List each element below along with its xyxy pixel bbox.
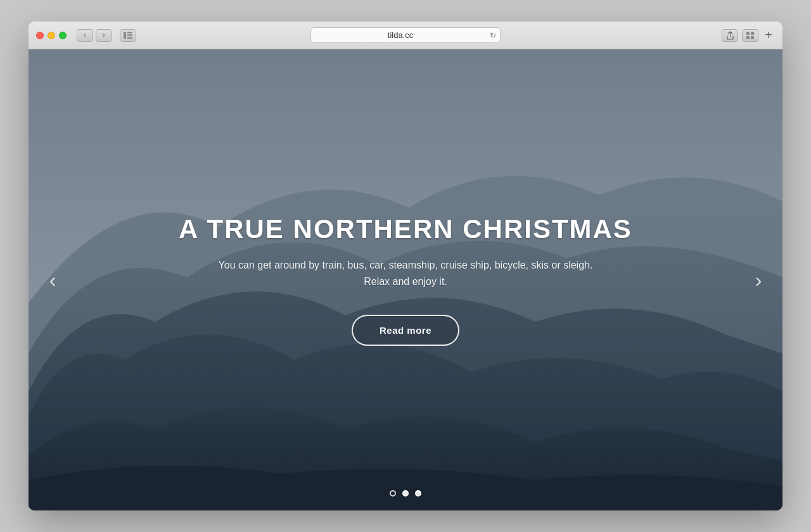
new-tab-grid-button[interactable] <box>742 29 758 42</box>
svg-rect-5 <box>751 32 754 35</box>
prev-arrow-icon: ‹ <box>49 269 56 292</box>
svg-rect-6 <box>746 36 750 39</box>
svg-rect-7 <box>751 36 754 39</box>
next-slide-button[interactable]: › <box>744 266 772 294</box>
svg-rect-1 <box>127 32 133 34</box>
hero-slide: ‹ › A TRUE NORTHERN CHRISTMAS You can ge… <box>29 49 782 510</box>
hero-content: A TRUE NORTHERN CHRISTMAS You can get ar… <box>166 201 645 358</box>
add-tab-button[interactable]: + <box>762 29 775 42</box>
traffic-lights <box>36 32 67 39</box>
back-icon: ‹ <box>84 32 86 39</box>
address-bar-container: tilda.cc ↻ <box>279 27 532 43</box>
reload-icon[interactable]: ↻ <box>490 31 496 40</box>
back-button[interactable]: ‹ <box>77 29 93 42</box>
browser-actions: + <box>722 29 775 42</box>
dot-2[interactable] <box>402 490 409 497</box>
maximize-button[interactable] <box>59 32 67 39</box>
svg-rect-0 <box>124 32 126 39</box>
browser-window: ‹ › tilda.cc ↻ <box>29 22 782 510</box>
next-arrow-icon: › <box>755 269 762 292</box>
minimize-button[interactable] <box>48 32 55 39</box>
share-button[interactable] <box>722 29 738 42</box>
dot-1[interactable] <box>390 490 396 497</box>
slider-dots <box>390 490 421 497</box>
hero-subtitle: You can get around by train, bus, car, s… <box>179 257 632 289</box>
browser-chrome: ‹ › tilda.cc ↻ <box>29 22 782 49</box>
hero-subtitle-line1: You can get around by train, bus, car, s… <box>219 260 593 270</box>
sidebar-icon <box>124 32 132 39</box>
hero-subtitle-line2: Relax and enjoy it. <box>364 276 447 287</box>
sidebar-toggle-button[interactable] <box>120 29 136 42</box>
hero-title: A TRUE NORTHERN CHRISTMAS <box>179 214 632 244</box>
close-button[interactable] <box>36 32 44 39</box>
svg-rect-3 <box>127 37 133 39</box>
forward-button[interactable]: › <box>96 29 112 42</box>
plus-icon: + <box>765 28 772 42</box>
svg-rect-2 <box>127 34 133 36</box>
read-more-button[interactable]: Read more <box>352 315 459 346</box>
forward-icon: › <box>103 32 105 39</box>
nav-buttons: ‹ › <box>77 29 112 42</box>
browser-content: ‹ › A TRUE NORTHERN CHRISTMAS You can ge… <box>29 49 782 510</box>
share-icon <box>727 31 734 40</box>
prev-slide-button[interactable]: ‹ <box>39 266 67 294</box>
address-bar[interactable]: tilda.cc ↻ <box>310 27 501 43</box>
dot-3[interactable] <box>415 490 421 497</box>
svg-rect-4 <box>746 32 750 35</box>
grid-icon <box>746 32 754 39</box>
url-text: tilda.cc <box>388 30 413 40</box>
